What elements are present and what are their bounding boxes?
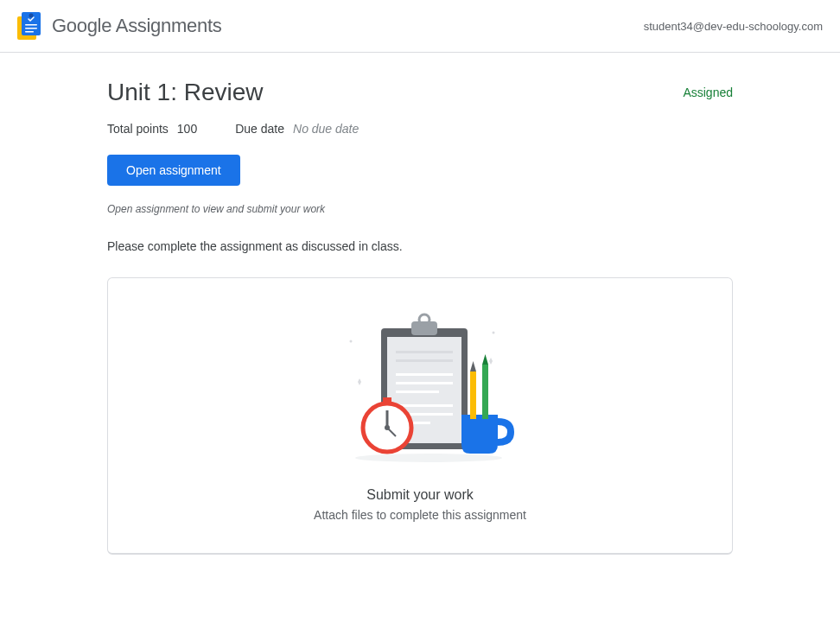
due-date: Due date No due date [235, 122, 359, 136]
submit-illustration-icon [325, 311, 515, 467]
card-subtitle: Attach files to complete this assignment [125, 508, 715, 522]
page-title: Unit 1: Review [107, 79, 264, 106]
svg-rect-15 [396, 382, 453, 384]
submit-card: Submit your work Attach files to complet… [107, 277, 733, 555]
product-name-bold: Google [52, 15, 111, 36]
main-content: Unit 1: Review Assigned Total points 100… [0, 53, 840, 581]
svg-rect-22 [482, 365, 488, 419]
svg-rect-25 [383, 397, 391, 404]
due-label: Due date [235, 122, 284, 136]
svg-point-6 [350, 340, 353, 343]
app-header: Google Assignments student34@dev-edu-sch… [0, 0, 840, 53]
user-email: student34@dev-edu-schoology.com [644, 20, 823, 33]
svg-rect-3 [25, 24, 37, 26]
meta-row: Total points 100 Due date No due date [107, 122, 733, 136]
due-value: No due date [293, 122, 359, 136]
open-assignment-button[interactable]: Open assignment [107, 155, 240, 186]
assignments-logo-icon [17, 12, 41, 40]
svg-rect-14 [396, 373, 453, 376]
product-name-light: Assignments [111, 15, 221, 36]
card-title: Submit your work [125, 487, 715, 503]
product-name: Google Assignments [52, 15, 221, 37]
logo-section: Google Assignments [17, 12, 221, 40]
svg-rect-13 [396, 359, 453, 362]
open-helper-text: Open assignment to view and submit your … [107, 203, 733, 215]
svg-rect-12 [396, 351, 453, 353]
points-label: Total points [107, 122, 169, 136]
svg-rect-9 [411, 321, 437, 335]
svg-rect-5 [25, 31, 34, 33]
assignment-description: Please complete the assignment as discus… [107, 239, 733, 253]
svg-point-7 [493, 332, 495, 334]
total-points: Total points 100 [107, 122, 197, 136]
svg-marker-23 [482, 354, 488, 365]
svg-point-29 [355, 454, 502, 462]
svg-rect-4 [25, 28, 37, 29]
svg-rect-16 [396, 391, 439, 393]
svg-point-2 [29, 14, 34, 18]
title-row: Unit 1: Review Assigned [107, 79, 733, 106]
svg-marker-21 [470, 361, 476, 371]
points-value: 100 [177, 122, 197, 136]
svg-rect-17 [396, 404, 453, 407]
svg-rect-20 [470, 371, 476, 419]
status-badge: Assigned [683, 86, 733, 99]
